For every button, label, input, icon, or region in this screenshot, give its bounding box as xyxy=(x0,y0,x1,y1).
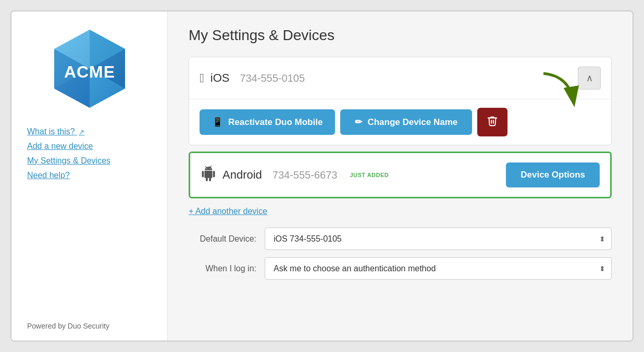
device-options-button[interactable]: Device Options xyxy=(506,162,600,187)
sidebar-link-what-is-this[interactable]: What is this? ↗ xyxy=(27,127,110,136)
pencil-icon: ✏ xyxy=(355,117,362,128)
just-added-badge: JUST ADDED xyxy=(350,172,389,178)
android-device-card: Android 734-555-6673 JUST ADDED Device O… xyxy=(189,152,612,198)
default-device-select[interactable]: iOS 734-555-0105 xyxy=(265,228,612,250)
ios-device-info:  iOS 734-555-0105 xyxy=(200,71,305,85)
reactivate-duo-mobile-button[interactable]: 📱 Reactivate Duo Mobile xyxy=(200,109,335,135)
default-device-select-wrapper: iOS 734-555-0105 ⬍ xyxy=(265,228,612,250)
ios-icon:  xyxy=(200,71,204,85)
ios-device-header:  iOS 734-555-0105 ∧ xyxy=(189,57,611,99)
chevron-up-icon: ∧ xyxy=(586,72,593,84)
acme-logo: ACME xyxy=(48,27,131,110)
when-login-select-wrapper: Ask me to choose an authentication metho… xyxy=(265,257,612,280)
android-device-name: Android xyxy=(222,168,262,182)
android-icon xyxy=(201,166,216,185)
ios-collapse-button[interactable]: ∧ xyxy=(578,67,601,90)
ios-device-phone: 734-555-0105 xyxy=(240,72,305,84)
delete-device-button[interactable] xyxy=(477,108,507,136)
sidebar-link-need-help[interactable]: Need help? xyxy=(27,171,110,180)
when-login-label: When I log in: xyxy=(189,264,256,273)
sidebar-links: What is this? ↗ Add a new device My Sett… xyxy=(27,127,110,180)
android-device-phone: 734-555-6673 xyxy=(273,169,338,181)
when-login-select[interactable]: Ask me to choose an authentication metho… xyxy=(265,257,612,280)
ios-device-card:  iOS 734-555-0105 ∧ xyxy=(189,57,612,145)
ios-device-name: iOS xyxy=(210,71,230,85)
sidebar-link-my-settings[interactable]: My Settings & Devices xyxy=(27,156,110,166)
external-link-icon: ↗ xyxy=(79,128,84,136)
page-title: My Settings & Devices xyxy=(189,27,612,44)
sidebar-link-add-new-device[interactable]: Add a new device xyxy=(27,142,110,151)
change-device-name-button[interactable]: ✏ Change Device Name xyxy=(340,109,472,135)
logo-text: ACME xyxy=(64,62,115,81)
add-another-device-link[interactable]: + Add another device xyxy=(189,207,267,216)
default-device-label: Default Device: xyxy=(189,234,256,244)
trash-icon xyxy=(487,115,498,129)
powered-by: Powered by Duo Security xyxy=(27,322,109,330)
when-login-row: When I log in: Ask me to choose an authe… xyxy=(189,257,612,280)
ios-device-actions: 📱 Reactivate Duo Mobile ✏ Change Device … xyxy=(189,99,611,145)
mobile-phone-icon: 📱 xyxy=(212,117,223,128)
main-content: My Settings & Devices  iOS 734-555-0105… xyxy=(168,11,633,341)
default-device-row: Default Device: iOS 734-555-0105 ⬍ xyxy=(189,228,612,250)
android-device-info: Android 734-555-6673 JUST ADDED xyxy=(201,166,389,185)
sidebar: ACME What is this? ↗ Add a new device My… xyxy=(11,11,168,341)
logo-container: ACME xyxy=(48,27,131,112)
